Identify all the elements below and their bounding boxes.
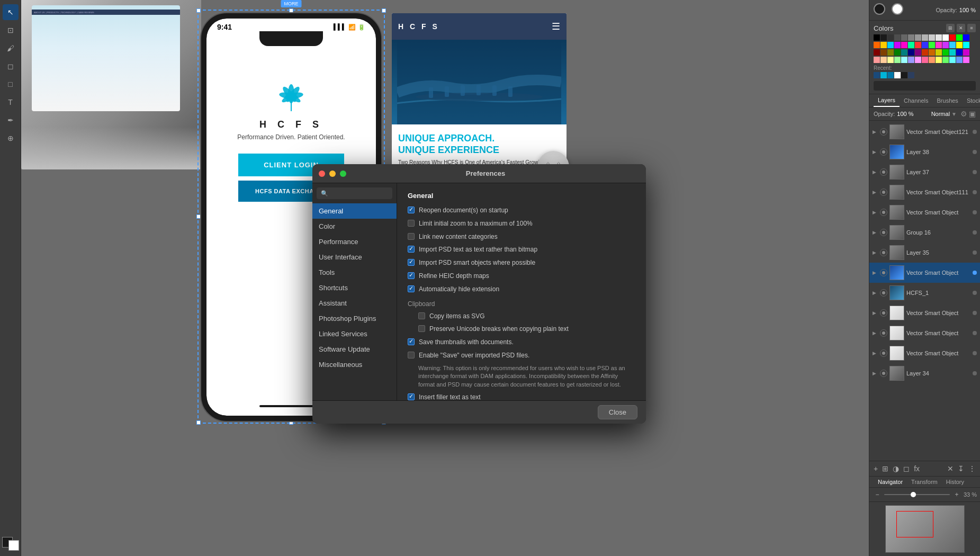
- add-group-btn[interactable]: ⊞: [881, 463, 889, 474]
- color-chip[interactable]: [887, 42, 894, 48]
- color-chip[interactable]: [874, 57, 880, 63]
- layer-visibility-toggle[interactable]: [880, 329, 887, 337]
- layer-expand-icon[interactable]: ▶: [873, 330, 878, 336]
- pref-enable-save-checkbox[interactable]: [408, 352, 415, 358]
- pref-import-smart-objects-checkbox[interactable]: [408, 259, 415, 266]
- color-chip[interactable]: [908, 42, 914, 48]
- hamburger-menu-icon[interactable]: ☰: [552, 21, 560, 32]
- color-chip[interactable]: [942, 57, 949, 63]
- color-chip[interactable]: [929, 42, 935, 48]
- pref-copy-svg-checkbox[interactable]: [418, 312, 425, 319]
- minimize-traffic-light[interactable]: [329, 171, 336, 177]
- layer-expand-icon[interactable]: ▶: [873, 270, 878, 275]
- color-chip[interactable]: [922, 49, 928, 56]
- dialog-nav-item-color[interactable]: Color: [312, 219, 397, 234]
- dialog-nav-item-miscellaneous[interactable]: Miscellaneous: [312, 357, 397, 372]
- color-chip[interactable]: [963, 49, 969, 56]
- add-fx-btn[interactable]: fx: [913, 463, 921, 474]
- dialog-nav-item-performance[interactable]: Performance: [312, 234, 397, 249]
- color-chip[interactable]: [929, 57, 935, 63]
- pref-limit-zoom-checkbox[interactable]: [408, 220, 415, 227]
- tab-transform[interactable]: Transform: [907, 477, 942, 487]
- color-chip[interactable]: [949, 49, 956, 56]
- color-chip[interactable]: [901, 57, 907, 63]
- zoom-tool[interactable]: ⊕: [3, 130, 19, 146]
- layer-item[interactable]: ▶Vector Smart Object: [869, 202, 980, 222]
- selection-handle-tr[interactable]: [382, 8, 386, 13]
- color-chip[interactable]: [908, 72, 914, 78]
- layer-item[interactable]: ▶Layer 35: [869, 243, 980, 263]
- pref-auto-hide-ext-checkbox[interactable]: [408, 285, 415, 292]
- color-chip[interactable]: [956, 57, 963, 63]
- color-chip[interactable]: [936, 49, 942, 56]
- color-chip[interactable]: [901, 72, 907, 78]
- layer-expand-icon[interactable]: ▶: [873, 310, 878, 316]
- tab-brushes[interactable]: Brushes: [933, 95, 963, 106]
- navigator-thumbnail[interactable]: [885, 505, 965, 553]
- color-chip[interactable]: [901, 34, 907, 41]
- color-chip[interactable]: [894, 49, 901, 56]
- color-chip[interactable]: [894, 34, 901, 41]
- add-mask-btn[interactable]: ◻: [902, 463, 911, 474]
- tab-history[interactable]: History: [942, 477, 968, 487]
- layer-expand-icon[interactable]: ▶: [873, 129, 878, 134]
- zoom-in-btn[interactable]: +: [952, 490, 961, 499]
- crop-tool[interactable]: ⊡: [3, 22, 19, 38]
- brush-tool[interactable]: 🖌: [3, 40, 19, 56]
- layer-visibility-toggle[interactable]: [880, 168, 887, 176]
- layer-visibility-toggle[interactable]: [880, 289, 887, 297]
- color-chip[interactable]: [887, 72, 894, 78]
- color-chip[interactable]: [949, 42, 956, 48]
- text-tool[interactable]: T: [3, 94, 19, 110]
- layer-item[interactable]: ▶HCFS_1: [869, 283, 980, 303]
- layer-item[interactable]: ▶Vector Smart Object: [869, 303, 980, 323]
- color-chip[interactable]: [949, 34, 956, 41]
- colors-settings-btn[interactable]: ✕: [957, 24, 965, 32]
- dialog-nav-item-software-update[interactable]: Software Update: [312, 342, 397, 357]
- move-tool[interactable]: ↖: [3, 4, 19, 20]
- layer-item[interactable]: ▶Vector Smart Object121: [869, 122, 980, 142]
- color-chip[interactable]: [922, 57, 928, 63]
- dialog-nav-item-assistant[interactable]: Assistant: [312, 295, 397, 311]
- color-chip[interactable]: [908, 57, 914, 63]
- color-chip[interactable]: [894, 57, 901, 63]
- color-chip[interactable]: [880, 42, 887, 48]
- color-chip[interactable]: [936, 42, 942, 48]
- zoom-slider-thumb[interactable]: [911, 492, 916, 497]
- add-layer-btn[interactable]: +: [873, 463, 879, 474]
- layer-item[interactable]: ▶Vector Smart Object: [869, 343, 980, 363]
- background-swatch[interactable]: [8, 540, 19, 551]
- color-chip[interactable]: [915, 57, 921, 63]
- color-chip[interactable]: [880, 57, 887, 63]
- color-chip[interactable]: [929, 49, 935, 56]
- layer-expand-icon[interactable]: ▶: [873, 190, 878, 195]
- color-chip[interactable]: [936, 34, 942, 41]
- pref-reopen-docs-checkbox[interactable]: [408, 207, 415, 213]
- dialog-nav-item-general[interactable]: General: [312, 203, 397, 219]
- layer-item[interactable]: ▶Layer 38: [869, 142, 980, 162]
- color-chip[interactable]: [963, 34, 969, 41]
- eraser-tool[interactable]: ◻: [3, 58, 19, 74]
- layer-visibility-toggle[interactable]: [880, 128, 887, 136]
- color-chip[interactable]: [908, 49, 914, 56]
- color-chip[interactable]: [874, 34, 880, 41]
- color-chip[interactable]: [956, 34, 963, 41]
- layer-expand-icon[interactable]: ▶: [873, 250, 878, 255]
- fg-bg-color-swatch[interactable]: [2, 537, 19, 551]
- layer-expand-icon[interactable]: ▶: [873, 371, 878, 376]
- pref-refine-heic-checkbox[interactable]: [408, 272, 415, 279]
- color-chip[interactable]: [887, 49, 894, 56]
- delete-layer-btn[interactable]: ✕: [946, 463, 955, 474]
- layer-item[interactable]: ▶Vector Smart Object111: [869, 182, 980, 202]
- dialog-nav-item-shortcuts[interactable]: Shortcuts: [312, 280, 397, 295]
- foreground-color-picker[interactable]: [874, 3, 887, 17]
- layer-expand-icon[interactable]: ▶: [873, 230, 878, 235]
- color-chip[interactable]: [894, 72, 901, 78]
- color-chip[interactable]: [874, 49, 880, 56]
- colors-search-input[interactable]: [874, 81, 976, 91]
- color-chip[interactable]: [908, 34, 914, 41]
- colors-grid-view-btn[interactable]: ⊞: [946, 24, 955, 32]
- dialog-search-input[interactable]: [330, 190, 388, 197]
- shape-tool[interactable]: □: [3, 76, 19, 92]
- zoom-slider[interactable]: [884, 494, 950, 495]
